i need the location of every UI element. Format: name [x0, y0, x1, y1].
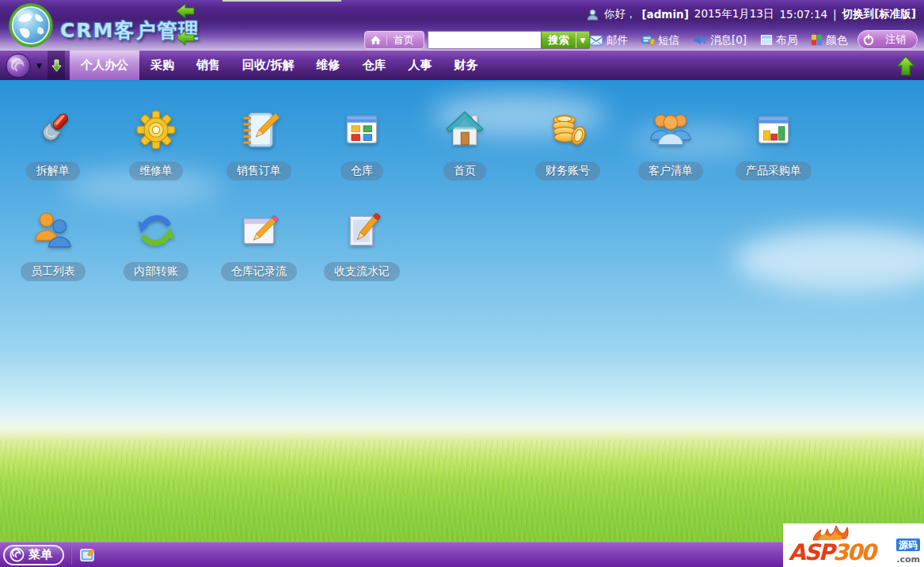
icon-label: 财务账号	[535, 162, 600, 181]
asp300-watermark: ASP300 源码 .com	[783, 523, 924, 567]
desktop-icon-grid: 拆解单 维修单	[2, 108, 825, 281]
wrench-icon	[32, 108, 74, 151]
taskbar-separator	[70, 546, 72, 565]
collapse-left-arrow-icon-2[interactable]	[176, 30, 195, 49]
desktop-icon-customer-list[interactable]: 客户清单	[619, 108, 722, 181]
watermark-domain: .com	[896, 554, 920, 565]
brand-asp: ASP	[789, 539, 833, 565]
date-text: 2015年1月13日	[694, 7, 774, 21]
logout-label: 注销	[879, 32, 917, 47]
menubar-dropdown-caret[interactable]: ▼	[36, 51, 48, 80]
main-menubar: ▼ 个人办公 采购 销售 回收/拆解 维修 仓库 人事 财务	[0, 51, 924, 80]
sms-button[interactable]: 短信	[641, 33, 679, 48]
search-box: 搜索 ▼	[428, 31, 590, 49]
sms-label: 短信	[658, 33, 679, 48]
menu-item-purchasing[interactable]: 采购	[139, 51, 185, 80]
menu-item-sales[interactable]: 销售	[185, 51, 231, 80]
warehouse-window-icon	[340, 108, 383, 151]
icon-label: 仓库	[340, 162, 383, 181]
menu-item-finance[interactable]: 财务	[443, 51, 489, 80]
customers-group-icon	[649, 108, 692, 151]
menubar-down-arrow[interactable]	[48, 51, 65, 80]
desktop-icon-warehouse-log[interactable]: 仓库记录流	[207, 209, 310, 281]
swirl-icon	[10, 547, 25, 562]
user-info: 你好， [admin] 2015年1月13日 15:07:14 | 切换到[标准…	[587, 7, 916, 21]
globe-icon	[8, 2, 54, 48]
desktop-icon-cashflow-ledger[interactable]: 收支流水记	[310, 209, 413, 281]
messages-button[interactable]: 消息[0]	[693, 33, 747, 48]
icon-label: 产品采购单	[736, 162, 812, 181]
mail-icon	[589, 35, 603, 46]
header-bar: CRM客户管理 你好， [admin] 2015年1月13日 15:07:14 …	[0, 0, 924, 51]
icon-label: 收支流水记	[324, 262, 400, 281]
layout-button[interactable]: 布局	[760, 33, 797, 48]
menu-item-repair[interactable]: 维修	[305, 51, 351, 80]
power-icon	[858, 33, 879, 46]
transfer-arrows-icon	[135, 209, 177, 252]
greeting-text: 你好，	[604, 7, 637, 21]
desktop-icon-internal-transfer[interactable]: 内部转账	[105, 209, 207, 281]
employees-icon	[32, 209, 74, 252]
gear-icon	[135, 108, 177, 151]
search-options-caret[interactable]: ▼	[576, 32, 589, 48]
header-toolbar: 邮件 短信 消息[0] 布局	[589, 30, 898, 50]
desktop-icon-warehouse[interactable]: 仓库	[310, 108, 413, 181]
start-menu-button[interactable]: 菜单	[3, 545, 64, 565]
icon-label: 销售订单	[226, 162, 291, 181]
desktop-icon-sales-order[interactable]: 销售订单	[207, 108, 310, 181]
menu-item-personal-office[interactable]: 个人办公	[70, 51, 139, 80]
menu-item-warehouse[interactable]: 仓库	[351, 51, 397, 80]
icon-label: 拆解单	[26, 162, 80, 181]
desktop-icon-dismantle-order[interactable]: 拆解单	[2, 108, 105, 181]
icon-label: 客户清单	[638, 162, 703, 181]
menubar-up-arrow[interactable]	[895, 51, 924, 80]
desktop-icon-home[interactable]: 首页	[413, 108, 516, 181]
icon-label: 员工列表	[21, 262, 86, 281]
coins-icon	[546, 108, 589, 151]
sms-icon	[641, 34, 655, 46]
task-window-icon	[79, 547, 96, 563]
switch-version-link[interactable]: 切换到[标准版]	[842, 7, 916, 21]
watermark-brand: ASP300	[789, 539, 875, 565]
chart-window-icon	[752, 108, 795, 151]
desktop-icon-employee-list[interactable]: 员工列表	[2, 209, 105, 281]
app-logo	[8, 2, 54, 48]
time-text: 15:07:14	[779, 8, 827, 21]
paper-pencil-icon	[340, 209, 383, 252]
speaker-icon	[693, 34, 707, 46]
mail-label: 邮件	[606, 33, 628, 48]
search-input[interactable]	[428, 32, 541, 48]
search-button[interactable]: 搜索	[541, 32, 576, 48]
desktop-icon-product-purchase[interactable]: 产品采购单	[722, 108, 825, 181]
logout-button[interactable]: 注销	[857, 30, 918, 49]
window-pencil-icon	[238, 209, 280, 252]
layout-label: 布局	[776, 33, 797, 48]
username: [admin]	[641, 8, 688, 21]
taskbar-item[interactable]	[79, 547, 96, 563]
palette-icon	[811, 34, 823, 46]
icon-label: 首页	[443, 162, 486, 181]
home-icon	[365, 35, 387, 45]
desktop: 拆解单 维修单	[0, 80, 924, 542]
watermark-tag: 源码	[896, 538, 920, 551]
desktop-icon-finance-account[interactable]: 财务账号	[516, 108, 619, 181]
icon-label: 仓库记录流	[221, 262, 297, 281]
start-menu-label: 菜单	[29, 547, 52, 562]
colors-button[interactable]: 颜色	[811, 33, 847, 48]
menu-items: 个人办公 采购 销售 回收/拆解 维修 仓库 人事 财务	[70, 51, 489, 80]
home-button[interactable]: 首页	[364, 31, 424, 49]
desktop-icon-repair-order[interactable]: 维修单	[105, 108, 207, 181]
notepad-pencil-icon	[238, 108, 280, 151]
menu-item-recycle-dismantle[interactable]: 回收/拆解	[231, 51, 305, 80]
brand-300: 300	[833, 539, 874, 565]
collapse-left-arrow-icon[interactable]	[176, 3, 195, 22]
layout-icon	[760, 34, 773, 46]
messages-label: 消息[0]	[710, 33, 747, 48]
colors-label: 颜色	[826, 33, 847, 48]
house-icon	[443, 108, 486, 151]
home-button-label: 首页	[387, 33, 424, 48]
menubar-orb-icon[interactable]	[0, 51, 36, 80]
mail-button[interactable]: 邮件	[589, 33, 628, 48]
separator: |	[833, 8, 837, 21]
menu-item-hr[interactable]: 人事	[397, 51, 443, 80]
